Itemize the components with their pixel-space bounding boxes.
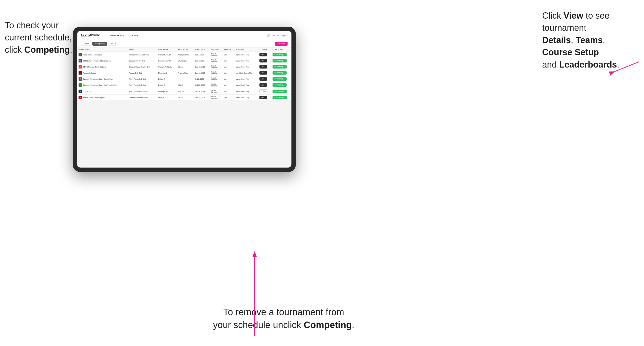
cell-competing[interactable]: Competing ✓ bbox=[271, 58, 292, 64]
cell-division: NCAADivision I bbox=[210, 64, 222, 70]
create-button[interactable]: + Create bbox=[275, 42, 288, 46]
toolbar: Home Competing All + Create bbox=[77, 40, 292, 47]
competing-button[interactable]: Competing ✓ bbox=[272, 65, 286, 68]
col-competing: COMPETING bbox=[271, 47, 292, 52]
competing-button[interactable]: Competing ✓ bbox=[272, 59, 286, 62]
col-event-name: EVENT NAME bbox=[77, 47, 127, 52]
cell-hosted: Arizona State bbox=[176, 70, 194, 76]
view-button[interactable]: View ℹ bbox=[260, 83, 267, 87]
view-button[interactable]: View ℹ bbox=[260, 59, 267, 62]
event-name-cell: ⚙Jackson T. Stephens Cup – Stroke Play bbox=[77, 76, 127, 82]
cell-city: Maricopa, AZ bbox=[157, 88, 177, 95]
col-division: DIVISION bbox=[210, 47, 222, 52]
view-button[interactable]: View ℹ bbox=[260, 53, 267, 56]
cell-actions[interactable]: View ℹ bbox=[258, 70, 271, 76]
cell-city: Sammamish, WA bbox=[157, 58, 177, 64]
cell-competing[interactable]: Competing ✓ bbox=[271, 82, 292, 88]
view-button[interactable]: View ℹ bbox=[260, 77, 267, 81]
view-button[interactable]: View ℹ bbox=[260, 96, 267, 99]
view-button[interactable]: View ℹ bbox=[260, 65, 267, 68]
cell-hosted: Hawaii bbox=[176, 95, 194, 101]
annotation-bottom: To remove a tournament from your schedul… bbox=[199, 306, 368, 332]
edit-button[interactable]: ✎ Edit bbox=[260, 89, 268, 93]
cell-venue: Trinity Forest Golf Club bbox=[127, 82, 157, 88]
cell-competing[interactable]: Competing ✓ bbox=[271, 95, 292, 101]
table-row: W2023 Sahalee Players ChampionshipSahale… bbox=[77, 58, 292, 64]
competing-button[interactable]: Competing ✓ bbox=[272, 96, 286, 99]
col-scoring: SCORING bbox=[234, 47, 258, 52]
cell-venue: Sahalee Country Club bbox=[127, 58, 157, 64]
tab-home[interactable]: Home bbox=[81, 42, 92, 46]
cell-actions[interactable]: View ℹ bbox=[258, 82, 271, 88]
cell-actions[interactable]: View ℹ bbox=[258, 95, 271, 101]
cell-hosted bbox=[176, 76, 194, 82]
event-name-cell: ♦Papago Individual bbox=[77, 70, 127, 76]
cell-scoring: team, Match Play bbox=[234, 88, 258, 95]
col-venue: VENUE bbox=[127, 47, 157, 52]
cell-scoring: team, Stroke Play bbox=[234, 64, 258, 70]
scoreboard-brand: SCOREBOARD Powered by clippi bbox=[81, 34, 100, 37]
cell-gender: Men bbox=[222, 82, 234, 88]
cell-venue: Olympia Fields Country Club bbox=[127, 64, 157, 70]
cell-venue: Trinity Forest Golf Club bbox=[127, 76, 157, 82]
competing-button[interactable]: Competing ✓ bbox=[272, 53, 286, 56]
tab-all[interactable]: All bbox=[108, 42, 116, 46]
cell-actions[interactable]: View ℹ bbox=[258, 58, 271, 64]
table-row: ACopper CupAk-Chin Southern DunesMaricop… bbox=[77, 88, 292, 95]
cell-venue: American Dunes Golf Club bbox=[127, 52, 157, 58]
cell-division: NCAADivision I bbox=[210, 76, 222, 82]
event-name-cell: ACopper Cup bbox=[77, 88, 127, 95]
cell-gender: Men bbox=[222, 70, 234, 76]
cell-competing[interactable]: Competing ✓ bbox=[271, 64, 292, 70]
cell-date: Sep 15, 2023 bbox=[194, 64, 210, 70]
col-date: START DATE bbox=[194, 47, 210, 52]
event-name-cell: 🌿Jackson T. Stephens Cup – Men's Match P… bbox=[77, 82, 127, 88]
table-row: IOFCC Fighting Illini InvitationalOlympi… bbox=[77, 64, 292, 70]
col-city: CITY, STATE bbox=[157, 47, 177, 52]
cell-actions[interactable]: View ℹ bbox=[258, 76, 271, 82]
nav-tournaments[interactable]: TOURNAMENTS bbox=[106, 34, 125, 37]
cell-scoring: team, Stroke Play bbox=[234, 95, 258, 101]
annotation-line1: To check your bbox=[5, 20, 59, 30]
cell-actions[interactable]: View ℹ bbox=[258, 52, 271, 58]
cell-hosted: ABAC bbox=[176, 82, 194, 88]
cell-venue: Ocean Course At Hokuala bbox=[127, 95, 157, 101]
cell-competing[interactable]: Competing ✓ bbox=[271, 76, 292, 82]
sign-out-link[interactable]: Sign out bbox=[281, 35, 288, 36]
nav-teams[interactable]: TEAMS bbox=[130, 34, 139, 37]
tab-competing[interactable]: Competing bbox=[92, 42, 107, 46]
cell-division: NCAADivision I bbox=[210, 52, 222, 58]
cell-city: Dallas, TX bbox=[157, 76, 177, 82]
cell-hosted: Washington bbox=[176, 58, 194, 64]
cell-date: Sep 18, 2023 bbox=[194, 70, 210, 76]
cell-date: Jan 14, 2024 bbox=[194, 88, 210, 95]
competing-button[interactable]: Competing ✓ bbox=[272, 90, 286, 93]
tablet-screen: SCOREBOARD Powered by clippi TOURNAMENTS… bbox=[77, 31, 292, 168]
competing-button[interactable]: Competing ✓ bbox=[272, 83, 286, 87]
view-button[interactable]: View ℹ bbox=[260, 71, 267, 75]
cell-scoring: team, Stroke Play bbox=[234, 52, 258, 58]
table-row: 🌿Jackson T. Stephens Cup – Men's Match P… bbox=[77, 82, 292, 88]
cell-division: NCAADivision I bbox=[210, 95, 222, 101]
cell-competing[interactable]: Competing ✓ bbox=[271, 88, 292, 95]
cell-date: Oct 9, 2023 bbox=[194, 76, 210, 82]
competing-button[interactable]: Competing ✓ bbox=[272, 77, 286, 81]
event-name-cell: HJohn A. Burns Intercollegiate bbox=[77, 95, 127, 101]
tournaments-table: EVENT NAME VENUE CITY, STATE HOSTED BY S… bbox=[77, 47, 292, 101]
tablet-frame: SCOREBOARD Powered by clippi TOURNAMENTS… bbox=[73, 27, 296, 172]
header-right: Test User Sign out bbox=[267, 34, 288, 37]
cell-city: Olympia Fields, IL bbox=[157, 64, 177, 70]
event-name-cell: 🦅Folds of Honor Collegiate bbox=[77, 52, 127, 58]
competing-button[interactable]: Competing ✓ bbox=[272, 71, 286, 75]
table-row: 🦅Folds of Honor CollegiateAmerican Dunes… bbox=[77, 52, 292, 58]
table-container: EVENT NAME VENUE CITY, STATE HOSTED BY S… bbox=[77, 47, 292, 168]
event-name-cell: W2023 Sahalee Players Championship bbox=[77, 58, 127, 64]
user-icon bbox=[267, 34, 270, 37]
cell-competing[interactable]: Competing ✓ bbox=[271, 70, 292, 76]
cell-actions[interactable]: View ℹ bbox=[258, 64, 271, 70]
cell-date: Oct 11, 2023 bbox=[194, 82, 210, 88]
cell-actions[interactable]: ✎ Edit bbox=[258, 88, 271, 95]
cell-competing[interactable]: Competing ✓ bbox=[271, 52, 292, 58]
table-row: HJohn A. Burns IntercollegiateOcean Cour… bbox=[77, 95, 292, 101]
col-hosted: HOSTED BY bbox=[176, 47, 194, 52]
